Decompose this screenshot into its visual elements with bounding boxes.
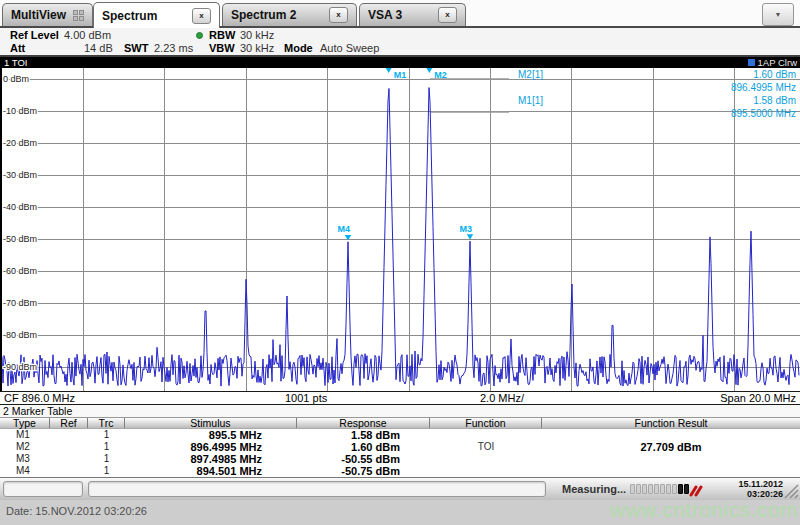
mode-label: Mode — [284, 42, 313, 54]
svg-text:M2: M2 — [434, 70, 447, 80]
col-trc: Trc — [88, 418, 125, 428]
svg-text:-20 dBm: -20 dBm — [3, 138, 37, 148]
marker-readout-m2-name: M2[1] — [518, 69, 543, 80]
rbw-value: 30 kHz — [240, 29, 274, 41]
system-date: 15.11.2012 — [738, 479, 783, 489]
status-field-left — [3, 481, 83, 497]
mhz-per-div: 2.0 MHz/ — [480, 392, 524, 404]
marker-readout-m1-level: 1.58 dBm — [753, 95, 796, 106]
tab-spectrum-label: Spectrum — [102, 9, 157, 23]
swt-label: SWT — [124, 42, 148, 54]
att-label: Att — [10, 42, 25, 54]
table-row: M2 1 896.4995 MHz 1.60 dBm TOI 27.709 dB… — [0, 441, 800, 453]
trace-legend[interactable]: 1AP Clrw — [748, 57, 797, 68]
table-row: M3 1 897.4985 MHz -50.55 dBm — [0, 453, 800, 465]
trace-color-icon — [748, 59, 755, 66]
measuring-status: Measuring... — [562, 483, 626, 495]
svg-text:-30 dBm: -30 dBm — [3, 170, 37, 180]
measurement-settings-bar: Ref Level 4.00 dBm Att 14 dB SWT 2.23 ms… — [0, 28, 800, 55]
vbw-value: 30 kHz — [240, 42, 274, 54]
marker-trace: 1 — [88, 465, 125, 477]
marker-table-header: Type Ref Trc Stimulus Response Function … — [0, 417, 800, 429]
screenshot-date: Date: 15.NOV.2012 03:20:26 — [6, 505, 147, 517]
marker-type: M4 — [16, 465, 30, 477]
col-function: Function — [430, 418, 542, 428]
grid-icon — [73, 10, 84, 21]
status-bar: Measuring... 15.11.2012 03:20:26 — [0, 477, 800, 500]
marker-readout-m1-name: M1[1] — [518, 95, 543, 106]
close-icon[interactable]: x — [438, 7, 457, 23]
col-type: Type — [0, 418, 50, 428]
frequency-axis-bar: CF 896.0 MHz 1001 pts 2.0 MHz/ Span 20.0… — [0, 391, 800, 405]
marker-stimulus: 895.5 MHz — [125, 429, 262, 441]
tab-bar: MultiView Spectrum x Spectrum 2 x VSA 3 … — [0, 0, 800, 28]
svg-text:-50 dBm: -50 dBm — [3, 234, 37, 244]
close-icon[interactable]: x — [192, 8, 211, 24]
tab-spectrum[interactable]: Spectrum x — [93, 2, 220, 28]
tab-vsa-3[interactable]: VSA 3 x — [359, 3, 466, 26]
table-row: M1 1 895.5 MHz 1.58 dBm — [0, 429, 800, 441]
marker-function-result: 27.709 dBm — [542, 441, 800, 453]
table-row: M4 1 894.501 MHz -50.75 dBm — [0, 465, 800, 477]
tab-spectrum-2[interactable]: Spectrum 2 x — [222, 3, 357, 26]
ref-level-value: 4.00 dBm — [64, 29, 111, 41]
svg-text:-80 dBm: -80 dBm — [3, 330, 37, 340]
diagram-title-bar: 1 TOI 1AP Clrw — [0, 57, 800, 68]
col-function-result: Function Result — [542, 418, 800, 428]
spectrum-analyzer-screen: MultiView Spectrum x Spectrum 2 x VSA 3 … — [0, 0, 800, 525]
tab-multiview[interactable]: MultiView — [2, 3, 93, 26]
marker-stimulus: 896.4995 MHz — [125, 441, 262, 453]
close-icon[interactable]: x — [329, 7, 348, 23]
marker-readout-m2-level: 1.60 dBm — [753, 69, 796, 80]
svg-text:M3: M3 — [459, 224, 472, 234]
marker-response: 1.60 dBm — [297, 441, 400, 453]
mode-value: Auto Sweep — [320, 42, 379, 54]
status-led-icon — [196, 32, 203, 39]
col-stimulus: Stimulus — [125, 418, 297, 428]
marker-response: -50.75 dBm — [297, 465, 400, 477]
marker-trace: 1 — [88, 441, 125, 453]
marker-type: M3 — [16, 453, 30, 465]
att-value: 14 dB — [84, 42, 113, 54]
marker-stimulus: 894.501 MHz — [125, 465, 262, 477]
svg-text:0 dBm: 0 dBm — [3, 74, 29, 84]
spectrum-plot-area[interactable]: 0 dBm-10 dBm-20 dBm-30 dBm-40 dBm-50 dBm… — [0, 68, 800, 391]
swt-value: 2.23 ms — [154, 42, 193, 54]
ref-level-label: Ref Level — [10, 29, 59, 41]
marker-stimulus: 897.4985 MHz — [125, 453, 262, 465]
tab-multiview-label: MultiView — [11, 8, 66, 22]
diagram-title: 1 TOI — [4, 57, 27, 68]
tab-vsa-3-label: VSA 3 — [368, 8, 402, 22]
col-response: Response — [297, 418, 430, 428]
marker-type: M1 — [16, 429, 30, 441]
vbw-label: VBW — [209, 42, 235, 54]
rbw-label: RBW — [209, 29, 235, 41]
marker-response: -50.55 dBm — [297, 453, 400, 465]
center-frequency: CF 896.0 MHz — [4, 392, 75, 404]
spectrum-trace-svg: 0 dBm-10 dBm-20 dBm-30 dBm-40 dBm-50 dBm… — [0, 68, 800, 391]
chevron-down-icon: ▼ — [775, 11, 782, 18]
system-datetime: 15.11.2012 03:20:26 — [738, 479, 783, 499]
marker-readout-m2-freq: 896.4995 MHz — [731, 82, 796, 93]
sweep-progress-bar — [630, 484, 689, 494]
svg-text:-60 dBm: -60 dBm — [3, 266, 37, 276]
col-ref: Ref — [50, 418, 88, 428]
marker-function: TOI — [430, 441, 542, 453]
marker-response: 1.58 dBm — [297, 429, 400, 441]
marker-readout-m1-freq: 895.5000 MHz — [731, 108, 796, 119]
tab-overflow-button[interactable]: ▼ — [762, 3, 794, 26]
trace-legend-label: 1AP Clrw — [758, 57, 797, 68]
svg-text:M4: M4 — [337, 224, 350, 234]
svg-text:-40 dBm: -40 dBm — [3, 202, 37, 212]
status-field-message — [88, 481, 546, 497]
tab-spectrum-2-label: Spectrum 2 — [231, 8, 296, 22]
marker-type: M2 — [16, 441, 30, 453]
marker-table-title: 2 Marker Table — [0, 405, 800, 417]
svg-text:-90 dBm: -90 dBm — [3, 362, 37, 372]
svg-text:-10 dBm: -10 dBm — [3, 106, 37, 116]
watermark: www.cntronics.com — [610, 498, 798, 522]
marker-trace: 1 — [88, 429, 125, 441]
sweep-points: 1001 pts — [285, 392, 327, 404]
svg-text:M1: M1 — [394, 70, 407, 80]
span-value: Span 20.0 MHz — [720, 392, 796, 404]
